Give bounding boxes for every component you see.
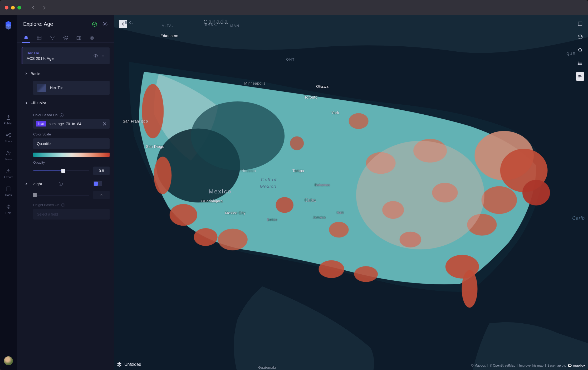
city-sandiego: San Diego [146, 144, 164, 149]
svg-marker-21 [24, 36, 28, 38]
svg-point-36 [170, 204, 197, 226]
svg-point-38 [218, 229, 247, 250]
rail-team[interactable]: Team [5, 150, 12, 161]
chevron-down-icon[interactable] [101, 53, 105, 58]
height-based-on-label: Height Based On [33, 203, 59, 207]
svg-point-44 [349, 113, 369, 129]
height-field-input[interactable]: Select a field [33, 209, 110, 220]
label-alta: ALTA. [162, 24, 173, 28]
svg-point-4 [9, 136, 11, 137]
rail-share[interactable]: Share [4, 132, 12, 143]
layer-type-select[interactable]: Hex Tile [33, 81, 110, 95]
section-basic-header[interactable]: - - - Basic ⋯ [25, 69, 110, 78]
svg-point-37 [194, 228, 218, 246]
label-sask: SASK. [205, 23, 218, 27]
svg-point-26 [90, 36, 94, 40]
info-icon[interactable]: i [60, 113, 63, 117]
info-icon[interactable]: i [59, 182, 63, 186]
label-gulf2: Mexico [260, 184, 276, 189]
svg-point-53 [481, 186, 517, 214]
tab-columns[interactable] [36, 33, 42, 42]
rail-publish[interactable]: Publish [4, 114, 13, 125]
rail-docs[interactable]: Docs [5, 186, 12, 197]
map-tools [576, 20, 584, 81]
rail-help[interactable]: Help [6, 204, 12, 215]
svg-point-57 [356, 141, 484, 249]
visibility-icon[interactable] [93, 53, 98, 58]
section-height-header[interactable]: - - - Height i ⋯ [25, 179, 110, 188]
tab-interactions[interactable] [63, 33, 68, 42]
svg-point-20 [104, 23, 106, 25]
chart-icon[interactable] [576, 72, 584, 81]
svg-line-16 [9, 208, 10, 208]
rail-export[interactable]: Export [4, 168, 13, 179]
attrib-osm[interactable]: © OpenStreetMap [490, 364, 515, 367]
city-edmonton: Edmonton [160, 34, 178, 38]
nav-forward-icon[interactable] [42, 6, 46, 10]
opacity-slider[interactable] [33, 171, 89, 171]
svg-point-52 [522, 180, 550, 205]
opacity-label: Opacity [33, 160, 45, 164]
city-ottawa: Ottawa [316, 84, 329, 89]
map-svg [114, 15, 588, 370]
city-haiti: Haiti [337, 211, 344, 215]
svg-point-19 [92, 22, 97, 26]
svg-point-72 [569, 364, 571, 366]
map-canvas[interactable]: Canada B.C. ALTA. SASK. MAN. ONT. QUE. M… [114, 15, 588, 370]
label-gulf1: Gulf of [261, 177, 277, 183]
page-title: Explore: Age [23, 21, 87, 27]
attrib-improve[interactable]: Improve this map [519, 364, 543, 367]
svg-point-27 [91, 37, 93, 39]
color-scale-select[interactable]: Quantile [33, 138, 110, 149]
svg-point-67 [578, 64, 578, 65]
window-close[interactable] [5, 6, 8, 9]
city-bahamas: Bahamas [315, 183, 330, 187]
clear-icon[interactable] [102, 121, 107, 126]
tab-analysis[interactable] [89, 33, 95, 42]
tab-filters[interactable] [50, 33, 55, 42]
more-icon[interactable]: ⋯ [104, 181, 110, 186]
draw-icon[interactable] [576, 46, 584, 54]
city-toronto: Toronto [304, 95, 317, 99]
legend-icon[interactable] [576, 59, 584, 67]
svg-point-2 [6, 135, 8, 136]
svg-marker-61 [579, 48, 582, 52]
settings-icon[interactable] [102, 21, 108, 27]
svg-line-17 [7, 208, 8, 208]
mapbox-logo[interactable]: mapbox [567, 363, 585, 368]
attrib-mapbox[interactable]: © Mapbox [471, 364, 486, 367]
split-view-icon[interactable] [576, 20, 584, 28]
city-houston: Houston [241, 169, 256, 173]
nav-back-icon[interactable] [31, 6, 35, 10]
field-type-tag: float [36, 121, 46, 126]
svg-point-40 [290, 136, 304, 150]
layer-name-label: ACS 2019: Age [27, 56, 91, 61]
color-scale-label: Color Scale [33, 132, 51, 136]
svg-point-39 [276, 197, 293, 213]
svg-point-6 [9, 152, 10, 153]
city-tampa: Tampa [292, 169, 304, 173]
svg-point-41 [329, 222, 349, 238]
label-ont: ONT. [286, 57, 296, 61]
height-value[interactable]: 5 [93, 191, 110, 199]
section-fillcolor-header[interactable]: - - - Fill Color [25, 99, 110, 107]
window-minimize[interactable] [11, 6, 15, 9]
layer-card[interactable]: Hex Tile ACS 2019: Age [22, 47, 110, 64]
label-carib: Carib [572, 216, 585, 221]
window-maximize[interactable] [17, 6, 21, 9]
tab-basemap[interactable] [76, 33, 82, 42]
layer-type-label: Hex Tile [27, 51, 91, 55]
height-slider[interactable] [33, 195, 89, 196]
user-avatar[interactable] [4, 356, 13, 365]
color-field-input[interactable]: float sum_age_70_to_84 [33, 119, 110, 129]
svg-point-3 [9, 133, 11, 134]
view3d-icon[interactable] [576, 33, 584, 41]
svg-point-66 [578, 63, 578, 64]
opacity-value[interactable]: 0.8 [93, 167, 110, 175]
more-icon[interactable]: ⋯ [104, 71, 110, 76]
info-icon[interactable]: i [61, 203, 65, 207]
city-belize: Belize [267, 218, 277, 222]
tab-layers[interactable] [23, 33, 29, 42]
color-ramp[interactable] [33, 153, 110, 157]
height-toggle[interactable] [94, 181, 102, 186]
